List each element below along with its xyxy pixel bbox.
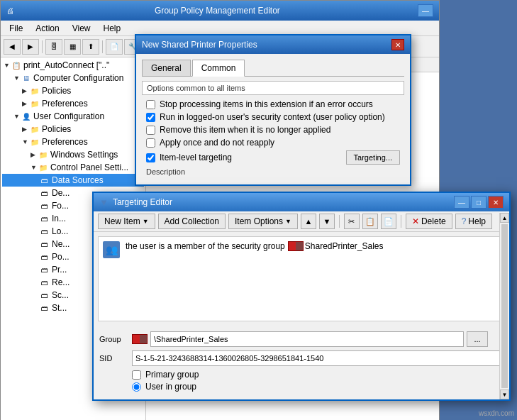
help-label: Help — [468, 216, 486, 226]
checkbox-item-targeting[interactable] — [146, 153, 155, 162]
item-options-button[interactable]: Item Options ▼ — [228, 214, 298, 229]
checkbox-stop-input[interactable] — [146, 100, 155, 109]
group-icon-symbol: 👥 — [106, 244, 118, 255]
group-input[interactable] — [150, 331, 464, 347]
toolbar-sep-1 — [42, 40, 43, 53]
paste-button[interactable]: 📄 — [381, 214, 396, 229]
tree-item-preferences-uc[interactable]: ▼ 📁 Preferences — [2, 136, 144, 148]
flag-icon — [288, 241, 304, 251]
printer-tab-bar: General Common — [142, 60, 404, 77]
tree-item-user-config[interactable]: ▼ 👤 User Configuration — [2, 110, 144, 123]
group-label: Group — [99, 335, 128, 343]
computer-icon: 🖥 — [21, 72, 32, 84]
targeting-window-controls: — □ ✕ — [454, 196, 504, 209]
help-button[interactable]: ? Help — [455, 214, 492, 229]
printer-dialog-title: New Shared Printer Properties — [142, 40, 257, 50]
move-down-button[interactable]: ▼ — [319, 214, 335, 229]
group-browse-button[interactable]: ... — [467, 331, 488, 347]
tree-item-control-panel[interactable]: ▼ 📁 Control Panel Setti... — [2, 161, 144, 174]
add-collection-button[interactable]: Add Collection — [158, 214, 226, 229]
tree-label: print_AutoConnect [".." — [23, 60, 109, 70]
tree-item-preferences-cc[interactable]: ▶ 📁 Preferences — [2, 97, 144, 110]
targeting-title-bar: ▼ Targeting Editor — □ ✕ — [94, 193, 509, 211]
data-icon: 🗃 — [39, 175, 50, 186]
targeting-maximize[interactable]: □ — [471, 196, 487, 209]
targeting-row-icon: 👥 — [103, 241, 120, 258]
toolbar-sep-2 — [102, 40, 103, 53]
main-app-icon: 🖨 — [6, 6, 14, 15]
delete-button[interactable]: ✕ Delete — [406, 214, 452, 229]
expand-icon: ▶ — [22, 100, 28, 107]
scroll-up-button[interactable]: ▲ — [500, 213, 509, 223]
targeting-toolbar: New Item ▼ Add Collection Item Options ▼… — [94, 211, 509, 232]
filter-icon: ▼ — [99, 197, 109, 208]
tree-label: St... — [52, 303, 67, 313]
expand-icon: ▶ — [22, 87, 28, 94]
expand-icon: ▶ — [22, 126, 28, 133]
folder-icon: 📁 — [38, 149, 49, 160]
tree-item-print-autoconnect[interactable]: ▼ 📋 print_AutoConnect [".." — [2, 59, 144, 72]
checkbox-apply-input[interactable] — [146, 138, 155, 148]
targeting-row-text: the user is a member of the security gro… — [126, 241, 285, 251]
sid-input[interactable] — [132, 350, 504, 366]
checkbox-remove-input[interactable] — [146, 126, 155, 135]
tree-label: In... — [52, 214, 66, 223]
tree-item-windows-settings[interactable]: ▶ 📁 Windows Settings — [2, 148, 144, 161]
checkbox-stop-label: Stop processing items in this extension … — [160, 99, 373, 109]
description-label: Description — [146, 167, 400, 176]
tab-general[interactable]: General — [142, 60, 191, 76]
tree-item-data-sources[interactable]: 🗃 Data Sources — [2, 174, 144, 187]
folder-icon: 📁 — [29, 98, 40, 109]
menu-help[interactable]: Help — [98, 22, 127, 35]
menu-file[interactable]: File — [4, 22, 28, 35]
data-icon: 🗃 — [39, 200, 50, 211]
refresh-button[interactable]: 🗄 — [45, 39, 62, 55]
targeting-minimize[interactable]: — — [454, 196, 469, 209]
tree-item-policies-uc[interactable]: ▶ 📁 Policies — [2, 123, 144, 136]
targeting-close[interactable]: ✕ — [488, 196, 504, 209]
checkbox-run-input[interactable] — [146, 113, 155, 122]
add-collection-label: Add Collection — [165, 216, 219, 226]
data-icon: 🗃 — [39, 251, 50, 262]
options-label: Options common to all items — [142, 81, 404, 95]
primary-group-checkbox[interactable] — [132, 370, 141, 380]
checkbox-remove-item: Remove this item when it is no longer ap… — [146, 125, 400, 135]
sid-form-row: SID — [99, 350, 504, 366]
data-icon: 🗃 — [39, 302, 50, 314]
data-icon: 🗃 — [39, 187, 50, 199]
new-button[interactable]: 📄 — [106, 39, 123, 55]
back-button[interactable]: ◀ — [4, 39, 21, 55]
minimize-button[interactable]: — — [418, 4, 433, 17]
tree-label: Policies — [42, 124, 71, 134]
menu-view[interactable]: View — [67, 22, 96, 35]
scroll-down-button[interactable]: ▼ — [500, 389, 509, 399]
tab-common[interactable]: Common — [192, 60, 245, 77]
data-icon: 🗃 — [39, 277, 50, 288]
watermark: wsxdn.com — [479, 409, 514, 417]
checkbox-targeting-label: Item-level targeting — [160, 153, 232, 162]
printer-properties-dialog: New Shared Printer Properties ✕ General … — [135, 34, 411, 186]
tree-item-computer-config[interactable]: ▼ 🖥 Computer Configuration — [2, 72, 144, 84]
cut-button[interactable]: ✂ — [344, 214, 360, 229]
checkbox-run-label: Run in logged-on user's security context… — [160, 112, 385, 122]
main-window-controls: — — [418, 4, 433, 17]
tree-item-policies-cc[interactable]: ▶ 📁 Policies — [2, 84, 144, 97]
group-name-value: SharedPrinter_Sales — [305, 241, 384, 251]
expand-icon: ▼ — [30, 164, 36, 171]
up-button[interactable]: ⬆ — [82, 39, 99, 55]
new-item-dropdown-arrow: ▼ — [143, 218, 149, 225]
targeting-button[interactable]: Targeting... — [346, 150, 400, 165]
forward-button[interactable]: ▶ — [22, 39, 39, 55]
new-item-button[interactable]: New Item ▼ — [98, 214, 155, 229]
copy-button[interactable]: 📋 — [362, 214, 378, 229]
group-input-container: ... — [132, 331, 488, 347]
move-up-button[interactable]: ▲ — [301, 214, 316, 229]
menu-action[interactable]: Action — [30, 22, 65, 35]
data-icon: 🗃 — [39, 289, 50, 301]
printer-dialog-close[interactable]: ✕ — [391, 39, 404, 50]
primary-group-label: Primary group — [145, 370, 199, 380]
tree-label: Windows Settings — [50, 150, 118, 160]
targeting-scrollbar[interactable]: ▲ ▼ — [499, 213, 509, 399]
view-button[interactable]: ▦ — [64, 39, 81, 55]
user-in-group-radio[interactable] — [132, 382, 141, 392]
